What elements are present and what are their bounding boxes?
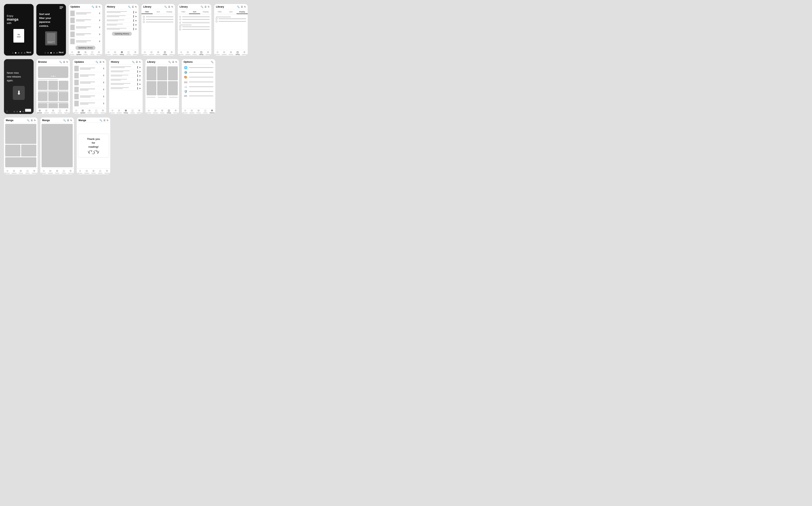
footer-options-l1[interactable]: ⚙Options (168, 51, 175, 55)
update-item-r2-4[interactable]: ⬇ (73, 86, 106, 93)
update-item-2[interactable]: ⬇ (69, 17, 102, 24)
footer-options-l2[interactable]: ⚙Options (205, 51, 211, 55)
search-icon-l2[interactable]: 🔍 (201, 6, 203, 8)
manga-page-bottom-1[interactable] (5, 157, 36, 167)
manga-page-top-1[interactable] (5, 124, 36, 144)
footer-library-m3[interactable]: ◫Library (97, 169, 104, 174)
filter-icon-l3[interactable]: ☰ (241, 6, 243, 8)
refresh-icon-l1[interactable]: ↻ (171, 6, 173, 8)
footer-history-l2[interactable]: ⊞History (191, 51, 198, 55)
footer-history-m2[interactable]: ⊞History (54, 169, 61, 174)
footer-updates-l1[interactable]: ⊟Updates (148, 51, 155, 55)
onboard-2-next-button[interactable]: Next (59, 51, 64, 54)
footer-browse-h2[interactable]: ⊙Browse (109, 109, 116, 113)
footer-library-m2[interactable]: ◫Library (61, 169, 67, 174)
sort-check-5[interactable] (179, 28, 181, 30)
footer-options-u2[interactable]: ⚙Options (99, 109, 106, 113)
filter-icon-m2[interactable]: ☰ (67, 119, 69, 122)
history-item-r2-6[interactable]: ▌▶ (109, 86, 142, 90)
browse-item-8[interactable] (48, 103, 58, 108)
options-item-5[interactable]: ☁️ (182, 84, 215, 89)
options-item-6[interactable]: 🛡️ (182, 89, 215, 94)
onboard-1-next-button[interactable]: Next (26, 51, 31, 54)
footer-history-u2[interactable]: ⊞History (86, 109, 93, 113)
footer-library-m1[interactable]: ◫Library (24, 169, 31, 174)
footer-library-l2[interactable]: ◫Library (198, 51, 205, 55)
options-item-4[interactable]: 📖 (182, 80, 215, 84)
footer-updates-br[interactable]: ⊟Updates (43, 109, 50, 113)
browse-item-7[interactable] (38, 103, 47, 108)
footer-options-br[interactable]: ⚙Options (63, 109, 70, 113)
browse-item-1[interactable] (38, 81, 47, 90)
tab-display-1[interactable]: Display (164, 10, 175, 14)
footer-updates-m1[interactable]: ⊟Updates (11, 169, 18, 174)
footer-history-l3[interactable]: ⊞History (227, 51, 234, 55)
footer-history-opt[interactable]: ⊞History (195, 109, 202, 113)
tab-display-2[interactable]: Display (200, 10, 211, 14)
history-item-r2-4[interactable]: ▌▶ (109, 78, 142, 82)
dl-icon-r2-2[interactable]: ⬇ (103, 74, 105, 77)
footer-updates-u2[interactable]: ⊟Updates (80, 109, 86, 113)
browse-item-5[interactable] (48, 92, 58, 101)
refresh-icon-l3[interactable]: ↻ (244, 6, 246, 8)
sort-radio-3[interactable] (179, 22, 181, 23)
filter-icon[interactable]: ☰ (96, 6, 97, 8)
footer-options-lib2[interactable]: ⚙Options (172, 109, 179, 113)
footer-history-m3[interactable]: ⊞History (90, 169, 97, 174)
library-thumb-r2-3[interactable] (168, 66, 178, 80)
display-check-1[interactable] (216, 18, 217, 20)
footer-history-m1[interactable]: ⊞History (17, 169, 24, 174)
footer-options-h[interactable]: ⚙Options (132, 51, 139, 55)
filter-icon-l1[interactable]: ☰ (168, 6, 170, 8)
filter-icon-lib2[interactable]: ☰ (172, 61, 174, 63)
footer-updates[interactable]: ⊟Updates (76, 51, 82, 55)
search-icon-h[interactable]: 🔍 (128, 6, 131, 8)
update-item-r2-1[interactable]: ⬇ (73, 65, 106, 72)
tab-sort-3[interactable]: Sort (225, 10, 236, 14)
options-item-3[interactable]: 🎨 (182, 75, 215, 80)
dl-icon-r2-3[interactable]: ⬇ (103, 81, 105, 84)
options-item-1[interactable]: 🌐 (182, 65, 215, 70)
footer-updates-l2[interactable]: ⊟Updates (185, 51, 191, 55)
history-item-4[interactable]: ▌▶ (105, 22, 139, 27)
dl-icon-r2-6[interactable]: ⬇ (103, 102, 105, 105)
footer-options[interactable]: ⚙Options (96, 51, 102, 55)
browse-item-9[interactable] (59, 103, 68, 108)
refresh-icon-m2[interactable]: ↻ (70, 119, 72, 122)
search-icon-m3[interactable]: 🔍 (99, 119, 102, 122)
footer-library-lib2[interactable]: ◫Library (166, 109, 172, 113)
library-thumb-r2-1[interactable] (146, 66, 157, 80)
library-thumb-r2-4[interactable] (146, 81, 157, 95)
footer-library-l3[interactable]: ◫Library (234, 51, 241, 55)
browse-item-4[interactable] (38, 92, 47, 101)
download-icon-3[interactable]: ⬇ (99, 26, 101, 29)
library-thumb-r2-5[interactable] (157, 81, 167, 95)
refresh-icon[interactable]: ↻ (99, 6, 100, 8)
footer-history-l1[interactable]: ⊞History (155, 51, 162, 55)
browse-item-2[interactable] (48, 81, 58, 90)
download-icon-4[interactable]: ⬇ (99, 33, 101, 36)
filter-icon-l2[interactable]: ☰ (205, 6, 207, 8)
refresh-icon-l2[interactable]: ↻ (208, 6, 210, 8)
browse-item-3[interactable] (59, 81, 68, 90)
display-check-2[interactable] (216, 21, 217, 22)
download-icon-1[interactable]: ⬇ (99, 12, 101, 15)
update-item-5[interactable]: ⬇ (69, 38, 102, 45)
library-thumb-r2-2[interactable] (157, 66, 167, 80)
footer-options-m1[interactable]: ⚙Options (31, 169, 37, 174)
history-item-r2-5[interactable]: ▌▶ (109, 82, 142, 86)
manga-page-bl-1[interactable] (5, 145, 20, 157)
filter-icon-u2[interactable]: ☰ (99, 61, 101, 63)
history-item-3[interactable]: ▌▶ (105, 18, 139, 22)
dl-icon-r2-1[interactable]: ⬇ (103, 67, 105, 70)
footer-library[interactable]: ◫Library (89, 51, 96, 55)
footer-browse-l3[interactable]: ⊙Browse (214, 51, 221, 55)
footer-browse-l2[interactable]: ⊙Browse (178, 51, 185, 55)
tab-filter-1[interactable]: Filter (141, 10, 153, 14)
filter-icon-m1[interactable]: ☰ (31, 119, 33, 122)
footer-browse-lib2[interactable]: ⊙Browse (145, 109, 152, 113)
browse-item-6[interactable] (59, 92, 68, 101)
update-item-1[interactable]: ⬇ (69, 10, 102, 17)
search-icon-m1[interactable]: 🔍 (27, 119, 29, 122)
filter-icon-h[interactable]: ☰ (132, 6, 134, 8)
